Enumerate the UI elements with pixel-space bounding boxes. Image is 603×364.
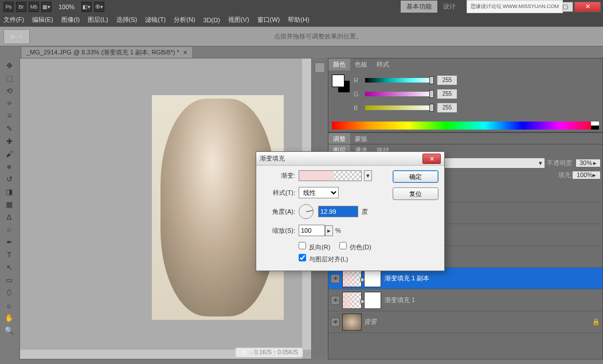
tab-adjust[interactable]: 调整 <box>328 133 350 145</box>
crop-tool[interactable]: ⌗ <box>1 109 17 122</box>
dither-checkbox[interactable]: 仿色(D) <box>339 242 371 252</box>
menu-file[interactable]: 文件(F) <box>3 15 24 24</box>
network-status: ↓ 0.1K/S ↑ 0.05K/S <box>235 347 303 358</box>
style-select[interactable]: 线性 <box>299 187 339 198</box>
mb-icon[interactable]: Mb <box>29 2 39 12</box>
menu-select[interactable]: 选择(S) <box>116 15 138 24</box>
b-value[interactable]: 255 <box>437 103 457 112</box>
r-value[interactable]: 255 <box>437 76 457 85</box>
reverse-checkbox[interactable]: 反向(R) <box>299 242 330 252</box>
options-hint: 点按并拖移可调整效果的位置。 <box>33 32 603 41</box>
hand-tool[interactable]: ✋ <box>1 311 17 324</box>
screen-mode-icon[interactable]: ▦▾ <box>41 2 52 12</box>
layer-thumb[interactable] <box>342 292 362 309</box>
collapsed-panel-icon[interactable] <box>315 62 325 73</box>
g-label: G <box>354 91 362 97</box>
r-label: R <box>354 77 362 84</box>
menu-layer[interactable]: 图层(L) <box>88 15 108 24</box>
fill-value[interactable]: 100%▸ <box>573 171 600 179</box>
move-tool[interactable]: ✥ <box>1 59 17 72</box>
fg-bg-swatch[interactable] <box>332 75 349 92</box>
brush-tool[interactable]: 🖌 <box>1 147 17 160</box>
tab-swatches[interactable]: 色板 <box>350 58 372 71</box>
layer-thumb[interactable] <box>342 270 362 287</box>
zoom-level[interactable]: 100% <box>58 3 75 10</box>
download-speed: 0.1K/S <box>254 349 272 355</box>
layer-name: 渐变填充 1 副本 <box>385 274 592 283</box>
current-tool-icon[interactable]: ▶₊▾ <box>3 29 30 44</box>
adjustments-panel: 调整 蒙版 <box>328 132 603 144</box>
app-icon: Ps <box>3 2 14 12</box>
extras-icon[interactable]: ⦿▾ <box>94 2 104 12</box>
dialog-close-button[interactable]: ✕ <box>422 154 441 164</box>
scale-input[interactable] <box>299 225 325 236</box>
history-brush-tool[interactable]: ↺ <box>1 173 17 185</box>
zoom-tool[interactable]: 🔍 <box>1 324 17 336</box>
gradient-tool[interactable]: ▦ <box>1 198 17 210</box>
menu-window[interactable]: 窗口(W) <box>257 15 280 24</box>
menu-analyze[interactable]: 分析(N) <box>174 15 195 24</box>
menu-filter[interactable]: 滤镜(T) <box>145 15 166 24</box>
ok-button[interactable]: 确定 <box>393 170 438 183</box>
close-icon[interactable]: ✕ <box>183 49 187 56</box>
tab-mask[interactable]: 蒙版 <box>350 133 372 145</box>
heal-tool[interactable]: ✚ <box>1 135 17 147</box>
shape-tool[interactable]: ▭ <box>1 273 17 286</box>
workspace-tab-basic[interactable]: 基本功能 <box>401 1 437 13</box>
g-slider[interactable] <box>365 92 434 96</box>
visibility-icon[interactable] <box>331 274 340 283</box>
toolbox: ✥ ⬚ ⟲ ✧ ⌗ ✎ ✚ 🖌 ⎈ ↺ ◨ ▦ ∆ ○ ✒ T ↖ ▭ ⬯ ⌕ … <box>0 58 19 359</box>
r-slider[interactable] <box>365 78 434 83</box>
layer-mask[interactable] <box>364 270 381 287</box>
reset-button[interactable]: 复位 <box>393 187 438 200</box>
pen-tool[interactable]: ✒ <box>1 236 17 248</box>
menu-view[interactable]: 视图(V) <box>228 15 249 24</box>
visibility-icon[interactable] <box>331 296 340 305</box>
eraser-tool[interactable]: ◨ <box>1 185 17 198</box>
workspace-tab-design[interactable]: 设计 <box>437 1 461 13</box>
opacity-label: 不透明度: <box>547 159 574 167</box>
scale-label: 缩放(S): <box>262 226 295 235</box>
document-tabs: _MG_2914.JPG @ 8.33% (渐变填充 1 副本, RGB/8*)… <box>0 46 603 58</box>
eyedropper-tool[interactable]: ✎ <box>1 122 17 135</box>
layer-row[interactable]: 背景🔒 <box>328 311 602 333</box>
visibility-icon[interactable] <box>331 318 340 327</box>
color-spectrum[interactable] <box>332 122 599 130</box>
lasso-tool[interactable]: ⟲ <box>1 84 17 97</box>
type-tool[interactable]: T <box>1 248 17 261</box>
dialog-titlebar[interactable]: 渐变填充 ✕ <box>256 152 444 166</box>
menu-image[interactable]: 图像(I) <box>61 15 80 24</box>
camera-tool[interactable]: ⌕ <box>1 299 17 311</box>
window-close[interactable]: ✕ <box>574 2 601 12</box>
document-tab[interactable]: _MG_2914.JPG @ 8.33% (渐变填充 1 副本, RGB/8*)… <box>22 47 192 58</box>
align-checkbox[interactable]: 与图层对齐(L) <box>299 254 349 264</box>
stamp-tool[interactable]: ⎈ <box>1 160 17 173</box>
layer-mask[interactable] <box>364 292 381 309</box>
angle-input[interactable] <box>318 206 358 217</box>
3d-tool[interactable]: ⬯ <box>1 286 17 299</box>
scale-stepper[interactable]: ▸ <box>325 225 333 236</box>
blur-tool[interactable]: ∆ <box>1 210 17 223</box>
gradient-fill-dialog: 渐变填充 ✕ 渐变: ▾ 样式(T): 线性 角度(A): 度 缩放(S): <box>256 151 445 271</box>
wand-tool[interactable]: ✧ <box>1 97 17 109</box>
gradient-preview[interactable] <box>299 170 362 181</box>
marquee-tool[interactable]: ⬚ <box>1 72 17 84</box>
b-slider[interactable] <box>365 105 434 110</box>
menu-3d[interactable]: 3D(D) <box>203 17 220 24</box>
bridge-icon[interactable]: Br <box>16 2 26 12</box>
path-tool[interactable]: ↖ <box>1 261 17 273</box>
opacity-value[interactable]: 30%▸ <box>576 159 600 167</box>
tab-styles[interactable]: 样式 <box>372 58 394 71</box>
arrange-icon[interactable]: ◧▾ <box>81 2 92 12</box>
layer-row[interactable]: 渐变填充 1 <box>328 289 602 311</box>
dodge-tool[interactable]: ○ <box>1 223 17 236</box>
menu-help[interactable]: 帮助(H) <box>288 15 309 24</box>
angle-unit: 度 <box>362 208 368 216</box>
g-value[interactable]: 255 <box>437 89 457 99</box>
menu-edit[interactable]: 编辑(E) <box>32 15 53 24</box>
layer-thumb[interactable] <box>342 314 362 331</box>
tab-color[interactable]: 颜色 <box>328 58 350 71</box>
angle-dial[interactable] <box>299 204 314 219</box>
gradient-dropdown[interactable]: ▾ <box>364 170 372 181</box>
fill-label: 填充: <box>558 171 573 179</box>
